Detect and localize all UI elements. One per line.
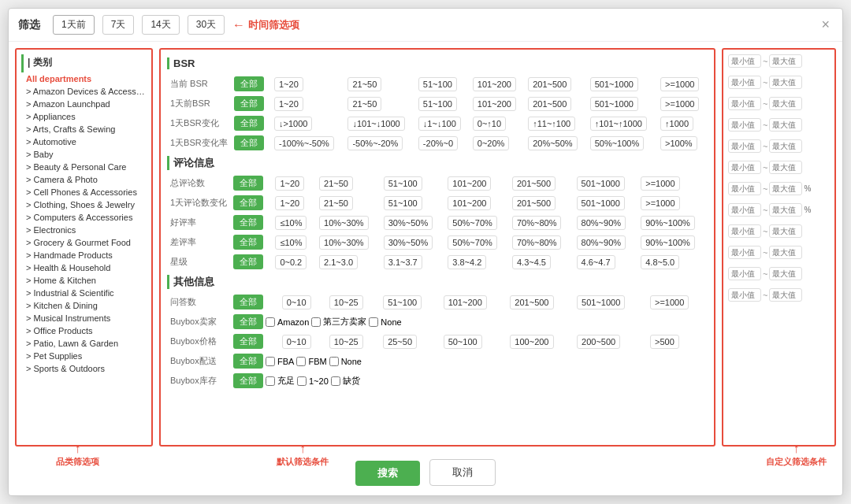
checkbox-input[interactable]: [266, 376, 275, 386]
search-button[interactable]: 搜索: [355, 461, 420, 486]
checkbox-input[interactable]: [266, 357, 275, 366]
btn-range[interactable]: 51~100: [384, 176, 422, 191]
btn-range[interactable]: >=1000: [660, 77, 699, 91]
btn-all[interactable]: 全部: [233, 195, 263, 210]
btn-range[interactable]: 21~50: [319, 176, 353, 191]
btn-range[interactable]: -50%~-20%: [347, 136, 403, 150]
btn-range[interactable]: 20%~50%: [528, 136, 577, 150]
btn-all[interactable]: 全部: [234, 116, 264, 131]
range-max-input[interactable]: [769, 118, 802, 132]
btn-range[interactable]: 101~200: [448, 176, 491, 191]
range-min-input[interactable]: [728, 54, 761, 68]
range-max-input[interactable]: [769, 288, 802, 302]
btn-range[interactable]: 70%~80%: [512, 235, 561, 250]
category-item-16[interactable]: > Home & Kitchen: [21, 274, 147, 287]
category-item-6[interactable]: > Baby: [21, 148, 147, 161]
btn-range[interactable]: 30%~50%: [384, 235, 433, 250]
btn-range[interactable]: ↓>1000: [274, 117, 312, 131]
btn-range[interactable]: 90%~100%: [641, 235, 695, 250]
range-min-input[interactable]: [728, 118, 761, 132]
btn-range[interactable]: 501~1000: [577, 176, 625, 191]
category-item-15[interactable]: > Health & Household: [21, 261, 147, 274]
btn-range[interactable]: 90%~100%: [641, 216, 695, 230]
range-min-input[interactable]: [728, 139, 761, 153]
category-item-5[interactable]: > Automotive: [21, 135, 147, 148]
btn-range[interactable]: 201~500: [512, 196, 556, 210]
btn-all[interactable]: 全部: [234, 76, 264, 91]
btn-range[interactable]: 1~20: [275, 196, 304, 210]
time-btn-1day[interactable]: 1天前: [53, 15, 95, 35]
btn-range[interactable]: -100%~-50%: [274, 136, 334, 150]
btn-range[interactable]: ↑11~↑100: [528, 117, 575, 131]
range-max-input[interactable]: [769, 224, 802, 238]
range-max-input[interactable]: [769, 267, 802, 280]
btn-range[interactable]: 4.6~4.7: [577, 255, 615, 269]
btn-range[interactable]: >100%: [660, 136, 697, 150]
btn-range[interactable]: 1~20: [274, 97, 303, 111]
btn-range[interactable]: 51~100: [383, 295, 422, 309]
btn-range[interactable]: 201~500: [528, 77, 571, 91]
btn-range[interactable]: >500: [650, 335, 679, 349]
btn-range[interactable]: 50~100: [444, 335, 482, 349]
category-item-8[interactable]: > Camera & Photo: [21, 173, 147, 186]
range-min-input[interactable]: [728, 76, 761, 89]
category-item-22[interactable]: > Pet Supplies: [21, 350, 147, 362]
btn-all[interactable]: 全部: [233, 295, 263, 309]
btn-all[interactable]: 全部: [233, 373, 263, 388]
btn-range[interactable]: 10%~30%: [319, 216, 368, 230]
btn-range[interactable]: 50%~70%: [448, 235, 496, 250]
btn-range[interactable]: 51~100: [418, 97, 457, 111]
checkbox-input[interactable]: [297, 376, 307, 386]
btn-range[interactable]: 201~500: [528, 97, 571, 111]
category-item-21[interactable]: > Patio, Lawn & Garden: [21, 337, 147, 350]
btn-range[interactable]: 4.8~5.0: [641, 255, 679, 269]
btn-range[interactable]: ≤10%: [275, 235, 307, 250]
range-min-input[interactable]: [728, 288, 761, 302]
btn-range[interactable]: 4.3~4.5: [512, 255, 551, 269]
btn-all[interactable]: 全部: [233, 314, 263, 329]
btn-range[interactable]: 0~10: [282, 335, 311, 349]
category-item-14[interactable]: > Handmade Products: [21, 249, 147, 261]
btn-range[interactable]: 0~20%: [473, 136, 510, 150]
btn-range[interactable]: 10~25: [329, 335, 363, 349]
btn-range[interactable]: 21~50: [347, 97, 381, 111]
range-min-input[interactable]: [728, 161, 761, 174]
range-min-input[interactable]: [728, 182, 761, 195]
btn-range[interactable]: 10%~30%: [319, 235, 368, 250]
btn-range[interactable]: >=1000: [641, 176, 679, 191]
category-item-1[interactable]: > Amazon Devices & Accessories: [21, 85, 147, 98]
btn-range[interactable]: 101~200: [444, 295, 487, 309]
btn-range[interactable]: 501~1000: [577, 196, 625, 210]
btn-range[interactable]: ↑101~↑1000: [590, 117, 647, 131]
btn-range[interactable]: >=1000: [660, 97, 699, 111]
range-max-input[interactable]: [769, 54, 802, 68]
category-item-20[interactable]: > Office Products: [21, 324, 147, 337]
range-max-input[interactable]: [769, 76, 802, 89]
btn-range[interactable]: 201~500: [512, 176, 556, 191]
btn-range[interactable]: 50%~70%: [448, 216, 496, 230]
btn-range[interactable]: 70%~80%: [512, 216, 561, 230]
category-item-7[interactable]: > Beauty & Personal Care: [21, 161, 147, 173]
close-button[interactable]: ×: [818, 17, 833, 33]
category-item-0[interactable]: All departments: [21, 72, 147, 85]
btn-range[interactable]: 200~500: [577, 335, 620, 349]
btn-range[interactable]: 51~100: [384, 196, 422, 210]
btn-range[interactable]: 1~20: [275, 176, 304, 191]
btn-range[interactable]: 501~1000: [590, 77, 638, 91]
time-btn-7day[interactable]: 7天: [102, 15, 135, 35]
btn-range[interactable]: 50%~100%: [590, 136, 645, 150]
btn-all[interactable]: 全部: [234, 135, 264, 150]
checkbox-input[interactable]: [296, 357, 306, 366]
btn-all[interactable]: 全部: [233, 176, 263, 191]
range-min-input[interactable]: [728, 224, 761, 238]
btn-range[interactable]: 501~1000: [577, 295, 625, 309]
checkbox-input[interactable]: [329, 357, 339, 366]
category-item-23[interactable]: > Sports & Outdoors: [21, 362, 147, 375]
category-item-10[interactable]: > Clothing, Shoes & Jewelry: [21, 198, 147, 211]
btn-range[interactable]: 80%~90%: [577, 235, 626, 250]
range-max-input[interactable]: [769, 203, 802, 217]
btn-range[interactable]: 501~1000: [590, 97, 638, 111]
time-btn-30day[interactable]: 30天: [188, 15, 225, 35]
range-max-input[interactable]: [769, 161, 802, 174]
btn-all[interactable]: 全部: [233, 254, 263, 269]
